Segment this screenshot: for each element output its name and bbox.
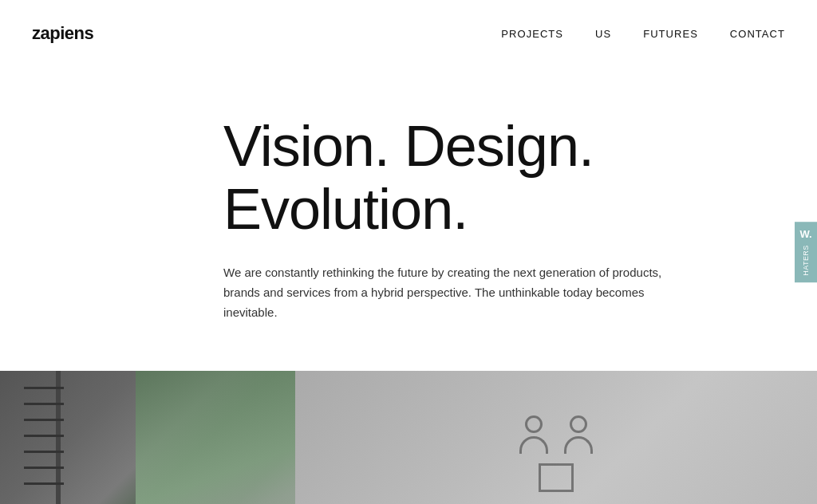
nav-us[interactable]: US — [595, 28, 611, 40]
nav-contact[interactable]: CONTACT — [730, 28, 785, 40]
hero-title-line1: Vision. Design. — [223, 114, 594, 178]
hero-title-line2: Evolution. — [223, 177, 468, 241]
nav-projects[interactable]: PROJECTS — [501, 28, 563, 40]
box-icon — [539, 463, 574, 492]
site-header: zapiens PROJECTS US FUTURES CONTACT — [0, 0, 817, 67]
hero-section: Vision. Design. Evolution. We are consta… — [0, 67, 817, 371]
image-left — [0, 371, 295, 504]
person-icons — [519, 415, 593, 454]
side-tab-text: Haters — [802, 245, 810, 276]
person-body-2 — [564, 436, 593, 454]
wall-icons — [519, 415, 593, 492]
image-right — [295, 371, 817, 504]
main-nav: PROJECTS US FUTURES CONTACT — [501, 28, 785, 40]
person-head-2 — [570, 415, 587, 433]
image-left-inner — [0, 371, 295, 504]
person-icon-1 — [519, 415, 548, 454]
logo[interactable]: zapiens — [32, 23, 93, 44]
nav-futures[interactable]: FUTURES — [643, 28, 698, 40]
person-head-1 — [525, 415, 543, 433]
person-body-1 — [519, 436, 548, 454]
image-section — [0, 371, 817, 504]
person-icon-2 — [564, 415, 593, 454]
hero-title: Vision. Design. Evolution. — [223, 115, 817, 241]
tree-overlay — [136, 371, 295, 504]
side-tab-letter: W. — [799, 228, 811, 240]
hero-description: We are constantly rethinking the future … — [223, 263, 670, 322]
side-tab[interactable]: W. Haters — [795, 222, 817, 282]
